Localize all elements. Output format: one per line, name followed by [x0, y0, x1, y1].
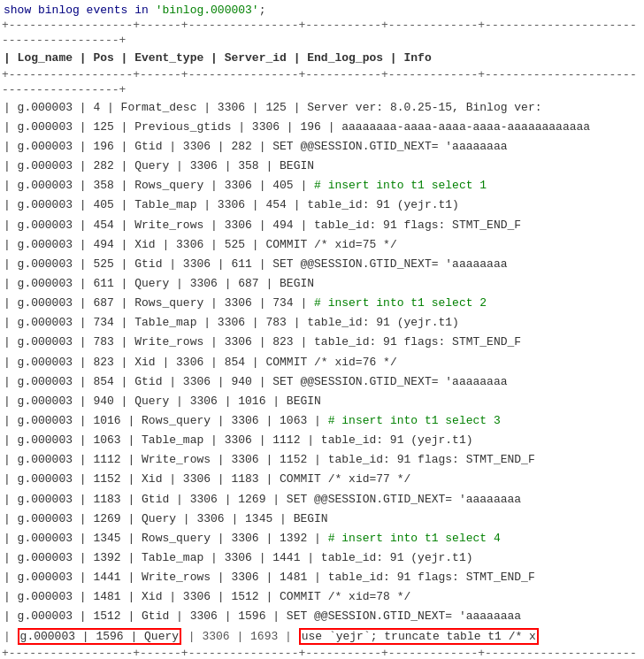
table-row-content: | g.000003 | 1345 | Rows_query | 3306 | …	[0, 529, 644, 548]
table-row: | g.000003 | 783 | Write_rows | 3306 | 8…	[0, 333, 644, 352]
table-row: | g.000003 | 1152 | Xid | 3306 | 1183 | …	[0, 470, 644, 489]
table-row: | g.000003 | 1441 | Write_rows | 3306 | …	[0, 568, 644, 587]
highlighted-info: use `yejr`; truncate table t1 /* x	[299, 628, 539, 645]
table-row-content: | g.000003 | 358 | Rows_query | 3306 | 4…	[0, 176, 644, 195]
table-row-content: | g.000003 | 783 | Write_rows | 3306 | 8…	[0, 333, 644, 352]
table-row: | g.000003 | 494 | Xid | 3306 | 525 | CO…	[0, 235, 644, 255]
table-row-content: | g.000003 | 1512 | Gtid | 3306 | 1596 |…	[0, 607, 644, 626]
table-row: | g.000003 | 1063 | Table_map | 3306 | 1…	[0, 431, 644, 450]
table-row-content: | g.000003 | 1112 | Write_rows | 3306 | …	[0, 450, 644, 470]
table-row: | g.000003 | 1596 | Query | 3306 | 1693 …	[0, 627, 644, 647]
table-row-content: | g.000003 | 1596 | Query | 3306 | 1693 …	[0, 627, 644, 647]
table-row: | g.000003 | 1392 | Table_map | 3306 | 1…	[0, 548, 644, 568]
table-row-content: | g.000003 | 1481 | Xid | 3306 | 1512 | …	[0, 587, 644, 607]
table-row: | g.000003 | 1183 | Gtid | 3306 | 1269 |…	[0, 490, 644, 510]
table-row-content: | g.000003 | 854 | Gtid | 3306 | 940 | S…	[0, 372, 644, 392]
table-row-content: | g.000003 | 196 | Gtid | 3306 | 282 | S…	[0, 137, 644, 157]
table-divider: +------------------+------+-------------…	[0, 68, 644, 98]
table-row: | g.000003 | 282 | Query | 3306 | 358 | …	[0, 157, 644, 176]
table-row: | g.000003 | 823 | Xid | 3306 | 854 | CO…	[0, 353, 644, 372]
table-row-content: | g.000003 | 405 | Table_map | 3306 | 45…	[0, 195, 644, 215]
table-row: | g.000003 | 611 | Query | 3306 | 687 | …	[0, 274, 644, 294]
results-table: +------------------+------+-------------…	[0, 19, 644, 659]
command-string: 'binlog.000003'	[156, 4, 259, 17]
table-row-content: | g.000003 | 525 | Gtid | 3306 | 611 | S…	[0, 255, 644, 274]
table-row: | g.000003 | 1512 | Gtid | 3306 | 1596 |…	[0, 607, 644, 626]
table-row-content: | g.000003 | 940 | Query | 3306 | 1016 |…	[0, 392, 644, 411]
table-row-content: | g.000003 | 687 | Rows_query | 3306 | 7…	[0, 294, 644, 313]
table-row-content: | g.000003 | 611 | Query | 3306 | 687 | …	[0, 274, 644, 294]
table-divider: +------------------+------+-------------…	[0, 647, 644, 659]
table-row: | g.000003 | 1112 | Write_rows | 3306 | …	[0, 450, 644, 470]
table-row-content: | g.000003 | 823 | Xid | 3306 | 854 | CO…	[0, 353, 644, 372]
table-row-content: | g.000003 | 1269 | Query | 3306 | 1345 …	[0, 510, 644, 529]
table-row: | g.000003 | 1269 | Query | 3306 | 1345 …	[0, 510, 644, 529]
table-row-content: | g.000003 | 734 | Table_map | 3306 | 78…	[0, 313, 644, 333]
table-row: | g.000003 | 525 | Gtid | 3306 | 611 | S…	[0, 255, 644, 274]
table-row-content: | g.000003 | 1152 | Xid | 3306 | 1183 | …	[0, 470, 644, 489]
table-row: | g.000003 | 4 | Format_desc | 3306 | 12…	[0, 98, 644, 118]
table-row-content: | g.000003 | 1016 | Rows_query | 3306 | …	[0, 411, 644, 431]
table-row: | g.000003 | 854 | Gtid | 3306 | 940 | S…	[0, 372, 644, 392]
table-row: | g.000003 | 1481 | Xid | 3306 | 1512 | …	[0, 587, 644, 607]
command-keyword: show binlog events in	[4, 4, 156, 17]
table-row-content: | g.000003 | 282 | Query | 3306 | 358 | …	[0, 157, 644, 176]
table-row: | g.000003 | 687 | Rows_query | 3306 | 7…	[0, 294, 644, 313]
table-row-content: | g.000003 | 1183 | Gtid | 3306 | 1269 |…	[0, 490, 644, 510]
table-row-content: | g.000003 | 1063 | Table_map | 3306 | 1…	[0, 431, 644, 450]
table-row: | g.000003 | 734 | Table_map | 3306 | 78…	[0, 313, 644, 333]
table-row-content: | g.000003 | 1441 | Write_rows | 3306 | …	[0, 568, 644, 587]
table-header-cells: | Log_name | Pos | Event_type | Server_i…	[0, 49, 644, 68]
table-row: | g.000003 | 1345 | Rows_query | 3306 | …	[0, 529, 644, 548]
table-row: | g.000003 | 1016 | Rows_query | 3306 | …	[0, 411, 644, 431]
command-end: ;	[259, 4, 266, 17]
table-row: | g.000003 | 454 | Write_rows | 3306 | 4…	[0, 216, 644, 235]
table-row-content: | g.000003 | 454 | Write_rows | 3306 | 4…	[0, 216, 644, 235]
table-row: | g.000003 | 125 | Previous_gtids | 3306…	[0, 118, 644, 137]
results-table-wrap: +------------------+------+-------------…	[0, 19, 644, 659]
table-row: | g.000003 | 196 | Gtid | 3306 | 282 | S…	[0, 137, 644, 157]
table-row: | g.000003 | 940 | Query | 3306 | 1016 |…	[0, 392, 644, 411]
command-line: show binlog events in 'binlog.000003';	[0, 0, 644, 19]
highlighted-log-pos: g.000003 | 1596 | Query	[18, 628, 181, 645]
table-row-content: | g.000003 | 4 | Format_desc | 3306 | 12…	[0, 98, 644, 118]
table-row-content: | g.000003 | 1392 | Table_map | 3306 | 1…	[0, 548, 644, 568]
table-row: | g.000003 | 405 | Table_map | 3306 | 45…	[0, 195, 644, 215]
table-divider: +------------------+------+-------------…	[0, 19, 644, 49]
table-row-content: | g.000003 | 494 | Xid | 3306 | 525 | CO…	[0, 235, 644, 255]
table-row-content: | g.000003 | 125 | Previous_gtids | 3306…	[0, 118, 644, 137]
table-header-row: | Log_name | Pos | Event_type | Server_i…	[0, 49, 644, 68]
table-row: | g.000003 | 358 | Rows_query | 3306 | 4…	[0, 176, 644, 195]
